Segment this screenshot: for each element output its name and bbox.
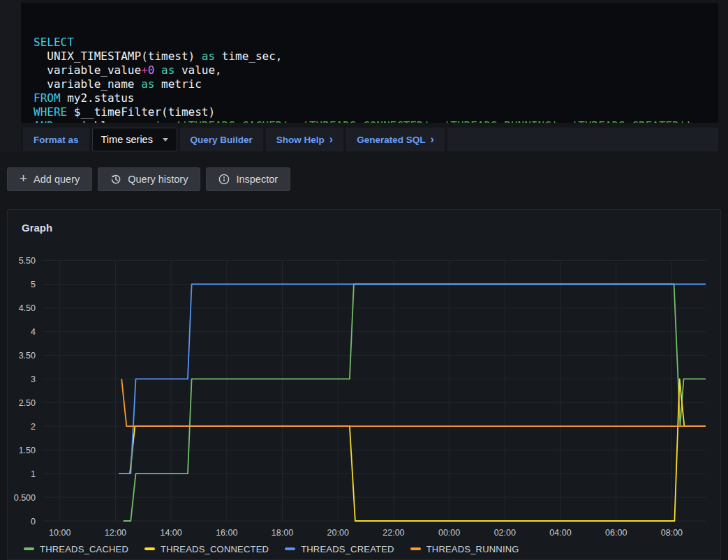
code-line: SELECT xyxy=(34,36,711,50)
info-icon xyxy=(218,174,230,185)
graph-panel: Graph 00.50011.5022.5033.5044.5055.5010:… xyxy=(7,209,721,560)
show-help-label: Show Help xyxy=(276,135,325,145)
query-row-gutter xyxy=(0,0,21,151)
show-help-button[interactable]: Show Help › xyxy=(266,128,343,151)
x-tick-label: 16:00 xyxy=(216,528,237,538)
chevron-right-icon: › xyxy=(329,133,333,146)
plus-icon: + xyxy=(20,171,27,186)
x-tick-label: 02:00 xyxy=(494,528,516,538)
chevron-down-icon xyxy=(163,138,168,142)
query-editor-toolbar: Format as Time series Query Builder Show… xyxy=(23,128,718,151)
generated-sql-button[interactable]: Generated SQL › xyxy=(346,128,445,151)
y-tick-label: 4.50 xyxy=(19,303,36,313)
y-tick-label: 3.50 xyxy=(19,351,36,361)
y-tick-label: 0 xyxy=(31,517,36,527)
history-icon xyxy=(110,174,121,185)
chevron-right-icon: › xyxy=(430,133,433,146)
legend-swatch xyxy=(285,547,295,550)
legend-item-threads_created[interactable]: THREADS_CREATED xyxy=(285,544,394,554)
x-tick-label: 12:00 xyxy=(105,528,126,538)
query-actions: + Add query Query history Inspector xyxy=(7,167,290,191)
y-tick-label: 3 xyxy=(31,374,36,384)
format-as-label: Format as xyxy=(23,128,89,151)
y-tick-label: 5 xyxy=(31,280,36,289)
y-tick-label: 2.50 xyxy=(19,398,36,408)
inspector-button[interactable]: Inspector xyxy=(206,167,290,191)
query-builder-button[interactable]: Query Builder xyxy=(180,128,263,151)
legend-swatch xyxy=(144,547,155,550)
legend-label: THREADS_CONNECTED xyxy=(161,544,269,554)
x-tick-label: 18:00 xyxy=(272,528,293,538)
add-query-button[interactable]: + Add query xyxy=(7,167,92,191)
legend-label: THREADS_RUNNING xyxy=(426,544,519,554)
toolbar-filler xyxy=(447,128,718,151)
x-tick-label: 14:00 xyxy=(160,528,181,538)
y-tick-label: 4 xyxy=(31,327,36,337)
legend-item-threads_connected[interactable]: THREADS_CONNECTED xyxy=(144,544,269,554)
generated-sql-label: Generated SQL xyxy=(357,135,425,145)
y-tick-label: 2 xyxy=(31,422,36,432)
x-tick-label: 22:00 xyxy=(382,528,404,538)
code-line: AND variable_name in ('THREADS_CACHED', … xyxy=(34,119,711,123)
y-tick-label: 1 xyxy=(31,469,36,479)
y-tick-label: 0.500 xyxy=(14,493,36,503)
query-history-label: Query history xyxy=(128,174,188,185)
code-line: variable_name as metric xyxy=(34,77,711,91)
query-builder-label: Query Builder xyxy=(191,135,253,145)
x-tick-label: 04:00 xyxy=(549,528,571,538)
query-history-button[interactable]: Query history xyxy=(98,167,200,191)
y-tick-label: 5.50 xyxy=(19,256,36,266)
format-select-value: Time series xyxy=(101,134,153,145)
inspector-label: Inspector xyxy=(236,174,278,185)
x-tick-label: 00:00 xyxy=(438,528,460,538)
code-line: FROM my2.status xyxy=(34,91,711,105)
graph-canvas[interactable]: 00.50011.5022.5033.5044.5055.5010:0012:0… xyxy=(8,210,720,559)
code-line: WHERE $__timeFilter(timest) xyxy=(34,105,711,119)
y-tick-label: 1.50 xyxy=(19,446,36,455)
legend-swatch xyxy=(24,547,34,550)
legend-label: THREADS_CACHED xyxy=(40,544,128,554)
legend-item-threads_running[interactable]: THREADS_RUNNING xyxy=(410,544,519,554)
code-line: variable_value+0 as value, xyxy=(34,63,711,77)
code-line: UNIX_TIMESTAMP(timest) as time_sec, xyxy=(34,50,711,63)
legend-label: THREADS_CREATED xyxy=(301,544,394,554)
legend-item-threads_cached[interactable]: THREADS_CACHED xyxy=(24,544,128,554)
legend-swatch xyxy=(410,547,421,550)
sql-editor[interactable]: SELECT UNIX_TIMESTAMP(timest) as time_se… xyxy=(21,3,718,123)
add-query-label: Add query xyxy=(34,174,80,185)
legend: THREADS_CACHEDTHREADS_CONNECTEDTHREADS_C… xyxy=(24,543,519,555)
format-as-text: Format as xyxy=(34,135,79,145)
x-tick-label: 08:00 xyxy=(661,528,683,538)
x-tick-label: 20:00 xyxy=(327,528,349,538)
x-tick-label: 06:00 xyxy=(605,528,627,538)
sql-code: SELECT UNIX_TIMESTAMP(timest) as time_se… xyxy=(34,36,711,123)
x-tick-label: 10:00 xyxy=(49,528,70,538)
format-select[interactable]: Time series xyxy=(92,128,177,151)
